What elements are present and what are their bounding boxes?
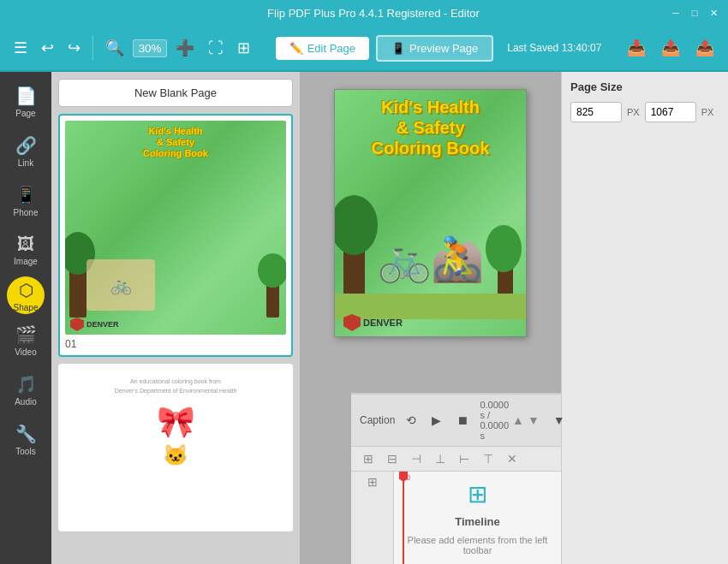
zoom-out-button[interactable]: 🔍: [100, 35, 129, 61]
rewind-button[interactable]: ⟲: [402, 412, 421, 429]
export-right-button[interactable]: 📤: [690, 35, 719, 61]
play-button[interactable]: ▶: [427, 412, 445, 429]
sidebar-item-shape[interactable]: ⬡ Shape: [7, 276, 45, 314]
undo-button[interactable]: ↩: [36, 35, 59, 61]
shape-label: Shape: [14, 303, 39, 312]
timeline-area: ⊞ 0 ⊞ Timeline Please add elements from …: [351, 472, 561, 564]
page-icon: 📄: [15, 86, 37, 106]
minimize-button[interactable]: ─: [670, 7, 682, 19]
right-properties-panel: Page Size PX PX: [561, 72, 728, 564]
image-label: Image: [14, 257, 38, 266]
sketch-text-02: An educational coloring book fromDenver'…: [115, 377, 237, 395]
sidebar-item-tools[interactable]: 🔧 Tools: [3, 417, 48, 463]
fit-screen-button[interactable]: ⛶: [203, 36, 229, 61]
toolbar-center: ✏️ Edit Page 📱 Preview Page Last Saved 1…: [259, 35, 618, 62]
zoom-in-button[interactable]: ➕: [170, 35, 200, 61]
denver-logo-01: DENVER: [70, 318, 119, 331]
close-button[interactable]: ✕: [707, 7, 719, 19]
audio-icon: 🎵: [15, 374, 37, 395]
cursor-label: 0: [406, 473, 410, 482]
main-denver-shield: [343, 314, 361, 331]
new-blank-page-button[interactable]: New Blank Page: [58, 79, 293, 107]
audio-label: Audio: [15, 397, 37, 407]
page-sketch-02: An educational coloring book fromDenver'…: [65, 371, 286, 525]
edit-page-button[interactable]: ✏️ Edit Page: [276, 37, 369, 60]
preview-page-button[interactable]: 📱 Preview Page: [376, 35, 493, 62]
timeline-expand-button[interactable]: ▼: [553, 413, 565, 427]
caption-label: Caption: [360, 414, 395, 426]
timeline-track[interactable]: 0 ⊞ Timeline Please add elements from th…: [394, 472, 561, 564]
sketch-cat-02: 🐱: [163, 443, 188, 467]
sidebar-item-page[interactable]: 📄 Page: [3, 79, 48, 125]
sidebar-item-link[interactable]: 🔗 Link: [3, 128, 48, 175]
canvas-wrapper: Kid's Health& SafetyColoring Book 🚲🚵: [300, 72, 561, 564]
preview-page-label: Preview Page: [409, 42, 478, 55]
main-toolbar: ☰ ↩ ↪ 🔍 30% ➕ ⛶ ⊞ ✏️ Edit Page 📱 Preview…: [0, 26, 728, 72]
tl-align-top-button[interactable]: ⊤: [480, 450, 497, 467]
thumbnail-panel: New Blank Page Kid's Health& SafetyColor…: [51, 72, 300, 564]
import-button[interactable]: 📥: [622, 35, 651, 61]
timeline-empty-subtitle: Please add elements from the left toolba…: [394, 535, 561, 555]
video-icon: 🎬: [15, 324, 37, 345]
timeline-empty-icon: ⊞: [468, 480, 487, 508]
edit-page-label: Edit Page: [307, 42, 355, 55]
export-left-button[interactable]: 📤: [656, 35, 685, 61]
link-label: Link: [18, 158, 33, 168]
grid-view-button[interactable]: ⊞: [232, 35, 255, 61]
timeline-toolbar: ⊞ ⊟ ⊣ ⊥ ⊢ ⊤ ✕: [351, 447, 561, 472]
height-input[interactable]: [645, 102, 696, 122]
last-saved-status: Last Saved 13:40:07: [507, 42, 601, 54]
sidebar-item-image[interactable]: 🖼 Image: [3, 228, 48, 273]
image-icon: 🖼: [17, 235, 34, 254]
tl-align-center-button[interactable]: ⊥: [432, 450, 449, 467]
sidebar-item-video[interactable]: 🎬 Video: [3, 318, 48, 364]
zoom-control: 30%: [133, 39, 167, 57]
maximize-button[interactable]: □: [689, 7, 701, 19]
tools-label: Tools: [15, 447, 35, 456]
main-book-cover: Kid's Health& SafetyColoring Book 🚲🚵: [335, 90, 526, 336]
menu-button[interactable]: ☰: [9, 35, 33, 61]
thumbnail-page-01[interactable]: Kid's Health& SafetyColoring Book 🚲: [58, 114, 293, 357]
divider-1: [92, 35, 93, 61]
stop-button[interactable]: ⏹: [452, 412, 473, 429]
zoom-input[interactable]: 30%: [133, 39, 167, 57]
phone-label: Phone: [14, 208, 39, 217]
tl-layers-button[interactable]: ⊞: [367, 475, 378, 489]
width-input[interactable]: [570, 102, 622, 122]
tl-add-keyframe-button[interactable]: ⊞: [360, 450, 377, 467]
page-label: Page: [15, 109, 35, 118]
time-down-button[interactable]: ▼: [528, 413, 540, 427]
sidebar-item-audio[interactable]: 🎵 Audio: [3, 367, 48, 413]
tl-delete-button[interactable]: ✕: [504, 450, 521, 467]
tl-split-button[interactable]: ⊟: [384, 450, 401, 467]
edit-icon: ✏️: [289, 42, 303, 55]
redo-button[interactable]: ↪: [63, 35, 86, 61]
main-page-canvas: Kid's Health& SafetyColoring Book 🚲🚵: [334, 89, 527, 337]
cover-scene: 🚲: [65, 215, 286, 318]
height-unit: PX: [701, 107, 714, 117]
tl-align-left-button[interactable]: ⊣: [408, 450, 425, 467]
thumbnail-page-02[interactable]: An educational coloring book fromDenver'…: [58, 364, 293, 531]
width-unit: PX: [627, 107, 640, 117]
sidebar-item-phone[interactable]: 📱 Phone: [3, 178, 48, 224]
app-title: Flip PDF Plus Pro 4.4.1 Registered - Edi…: [77, 7, 670, 20]
sketch-figure-02: 🎀: [157, 404, 195, 440]
preview-icon: 📱: [391, 42, 405, 55]
time-value: 0.0000 s / 0.0000 s: [480, 400, 509, 441]
caption-bar: Caption ⟲ ▶ ⏹ 0.0000 s / 0.0000 s ▲ ▼ ▼: [351, 395, 561, 447]
toolbar-right: 📥 📤 📤: [622, 35, 719, 61]
main-cover-scene: 🚲🚵: [335, 175, 526, 319]
tools-icon: 🔧: [15, 424, 37, 444]
denver-text-01: DENVER: [87, 320, 119, 329]
timeline-left-controls: ⊞: [351, 472, 394, 564]
tl-align-right-button[interactable]: ⊢: [456, 450, 473, 467]
thumb-canvas-01: Kid's Health& SafetyColoring Book 🚲: [65, 121, 286, 335]
page-size-title: Page Size: [570, 80, 719, 93]
left-sidebar: 📄 Page 🔗 Link 📱 Phone 🖼 Image ⬡ Shape 🎬 …: [0, 72, 51, 564]
bike-scene: 🚲: [87, 259, 155, 311]
main-bike-scene: 🚲🚵: [361, 217, 500, 302]
main-denver-logo: DENVER: [343, 314, 403, 331]
time-up-button[interactable]: ▲: [512, 413, 524, 427]
video-label: Video: [15, 347, 36, 357]
timeline-cursor-line: [403, 472, 404, 564]
